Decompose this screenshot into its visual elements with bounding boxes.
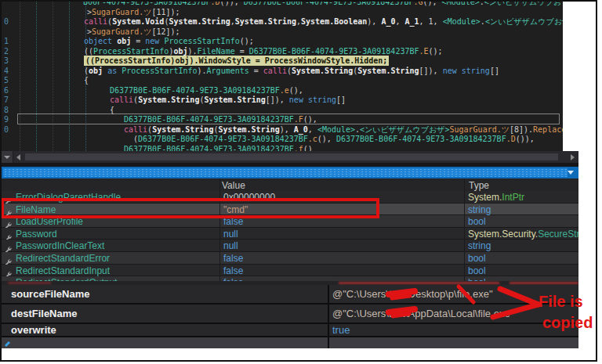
code-token: ()), — [516, 135, 535, 143]
scrollbar-thumb[interactable] — [25, 153, 558, 160]
copy-arg-value: true — [332, 324, 350, 336]
watch-row-value: false — [223, 253, 243, 264]
code-line: D6377B0E-B06F-4074-9E73-3A09184237BF.f() — [124, 145, 313, 152]
code-token: System.String — [152, 125, 213, 134]
copy-arg-row[interactable]: destFileName@"C:\Users\test\AppData\Loca… — [2, 305, 578, 323]
type-token: bool — [468, 265, 486, 276]
code-line: calli(System.String(System.String[]), ne… — [110, 96, 346, 106]
decompiler-code-panel[interactable]: 01234567890 B06F-4074-9E73-3A09184237BF.… — [2, 2, 563, 151]
copy-arg-name: destFileName — [11, 305, 78, 323]
code-token: (), — [317, 135, 336, 143]
scroll-right-arrow-icon[interactable] — [571, 154, 575, 160]
code-token: calli — [124, 125, 147, 134]
code-token: ProcessStartInfo — [164, 37, 239, 45]
code-token: , — [308, 125, 317, 134]
indent-guide — [69, 2, 70, 151]
code-token: System.String — [204, 96, 265, 104]
code-token: SugarGuard.ツ — [450, 125, 510, 134]
code-line: calli(System.Void(System.String,System.S… — [84, 17, 563, 27]
type-token: bool — [468, 253, 486, 264]
scroll-left-arrow-icon[interactable] — [16, 154, 20, 160]
code-token: .e — [280, 86, 289, 95]
code-line: ((ProcessStartInfo)obj).WindowStyle = Pr… — [84, 56, 389, 67]
code-token: .c — [308, 135, 317, 143]
line-number: 8 — [4, 106, 9, 116]
code-token: System.String — [235, 17, 296, 26]
code-token: .D — [506, 135, 516, 143]
watch-row[interactable]: PasswordInClearTextnullstring — [2, 240, 578, 252]
line-number: 3 — [4, 56, 9, 67]
code-token: <ンいビザザムウブおザ — [485, 17, 563, 26]
code-token: new — [443, 67, 457, 75]
watch-row-type: bool — [468, 265, 486, 276]
code-token: = — [131, 37, 145, 45]
watch-row-name: Password — [16, 229, 57, 240]
code-token: new — [289, 96, 303, 104]
copy-arg-value: @"C:\Users\test\AppData\Local\file.exe" — [332, 305, 513, 323]
code-token: <Module> — [442, 2, 480, 6]
code-token: ). — [198, 67, 207, 75]
scrollbar-options-button[interactable] — [2, 151, 13, 163]
code-token: string — [462, 67, 490, 75]
code-token: { — [84, 76, 89, 85]
code-line: calli(System.String(System.String), A_0,… — [124, 125, 563, 135]
watch-selector-bar[interactable] — [2, 167, 578, 178]
watch-row-type: System.Security.SecureString — [468, 229, 578, 240]
code-token: FileName — [198, 47, 235, 56]
annotation-label-copied: copied — [542, 314, 593, 332]
watch-variables-panel[interactable]: Value Type ErrorDialogParentHandle0x0000… — [2, 178, 578, 281]
watch-row[interactable]: RedirectStandardInputfalsebool — [2, 265, 578, 277]
copy-arg-name: sourceFileName — [11, 285, 89, 303]
code-token: Replace — [533, 125, 563, 134]
code-line: (D6377B0E-B06F-4074-9E73-3A09184237BF.c(… — [133, 135, 535, 145]
code-token: System.String — [357, 67, 419, 75]
code-horizontal-scrollbar[interactable] — [2, 151, 578, 163]
code-token: D6377B0E-B06F-4074-9E73-3A09184237BF — [124, 145, 294, 152]
watch-row[interactable]: RedirectStandardErrorfalsebool — [2, 252, 578, 265]
code-token: ). — [187, 47, 197, 56]
indent-guide — [36, 2, 37, 151]
code-token: calli — [263, 67, 287, 75]
code-token: .E — [419, 47, 429, 56]
code-token: = — [249, 67, 263, 75]
watch-row-type: string — [468, 240, 491, 251]
code-line: (obj as ProcessStartInfo).Arguments = ca… — [84, 67, 499, 77]
code-token: (), — [289, 86, 303, 95]
type-token: System.Security. — [468, 229, 538, 240]
code-token: <ンいビザザムウブおザ — [484, 2, 563, 6]
code-token: { — [110, 106, 114, 114]
copy-arg-row[interactable]: overwritetrue — [2, 324, 578, 336]
empty-edit-row[interactable] — [2, 337, 578, 348]
watch-row[interactable]: PasswordnullSystem.Security.SecureString — [2, 228, 578, 240]
code-token: .D — [211, 2, 220, 6]
annotation-label-file-is: File is — [539, 293, 583, 311]
code-token: ), — [280, 125, 294, 134]
watch-row-value: null — [223, 240, 238, 251]
code-token: calli — [110, 96, 133, 104]
code-line: object obj = new ProcessStartInfo(); — [84, 37, 254, 47]
code-token: [] — [336, 96, 346, 104]
type-token: IntPtr — [502, 192, 524, 203]
column-divider[interactable] — [464, 178, 465, 281]
column-divider[interactable] — [219, 178, 220, 281]
type-token: string — [468, 204, 491, 215]
code-token: obj — [173, 47, 187, 56]
type-token: bool — [468, 216, 486, 227]
code-token: System.Void — [112, 17, 164, 26]
code-token: ProcessStartInfo — [121, 67, 197, 75]
code-token: [8]). — [510, 125, 533, 134]
copy-arg-row[interactable]: sourceFileName@"C:\Users\test\Desktop\p\… — [2, 285, 578, 303]
code-token: SugarGuard.ツ — [92, 27, 151, 36]
code-token: calli — [84, 17, 107, 26]
code-token: System.String — [138, 96, 199, 104]
code-token: .G — [413, 2, 422, 6]
copy-arguments-panel[interactable]: sourceFileName@"C:\Users\test\Desktop\p\… — [2, 285, 578, 348]
code-token: B06F-4074-9E73-3A09184237BF — [83, 2, 211, 6]
code-token: A_0 — [381, 17, 395, 26]
screenshot-page: 01234567890 B06F-4074-9E73-3A09184237BF.… — [0, 0, 602, 364]
code-line: { — [110, 106, 114, 116]
code-token: (); — [240, 37, 254, 45]
code-token: ((ProcessStartInfo)obj).WindowStyle = Pr… — [84, 56, 389, 66]
watch-row-name: PasswordInClearText — [16, 240, 104, 251]
watch-row-type: string — [468, 204, 491, 215]
